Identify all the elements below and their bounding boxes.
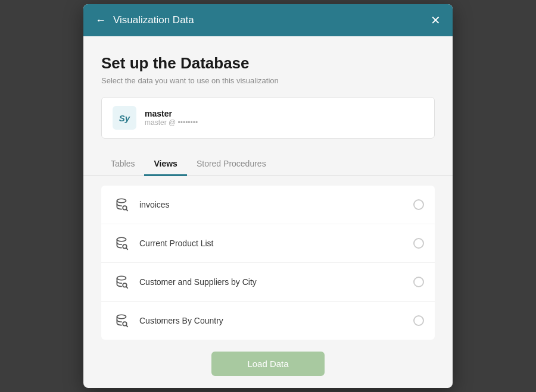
item-label: Current Product List: [139, 239, 413, 248]
close-button[interactable]: ✕: [431, 14, 441, 26]
db-view-icon: [112, 272, 131, 291]
setup-title: Set up the Database: [101, 54, 435, 73]
item-label: Customer and Suppliers by City: [139, 277, 413, 287]
db-card[interactable]: Sy master master @ ••••••••: [101, 97, 435, 139]
list-item[interactable]: Current Product List: [101, 224, 435, 263]
radio-button[interactable]: [413, 277, 424, 287]
db-avatar: Sy: [113, 106, 136, 130]
svg-line-11: [126, 325, 127, 327]
setup-subtitle: Select the data you want to use on this …: [101, 76, 435, 85]
radio-button[interactable]: [413, 238, 424, 249]
visualization-data-modal: ← Visualization Data ✕ Set up the Databa…: [83, 4, 453, 388]
tab-views[interactable]: Views: [144, 153, 186, 176]
views-list: invoices Current Product List: [101, 186, 435, 340]
db-info: master master @ ••••••••: [145, 109, 198, 127]
item-label: Customers By Country: [139, 316, 413, 325]
list-item[interactable]: invoices: [101, 186, 435, 224]
svg-point-0: [117, 199, 126, 203]
modal-title: Visualization Data: [113, 14, 194, 26]
tab-tables[interactable]: Tables: [101, 153, 144, 176]
modal-body: Set up the Database Select the data you …: [83, 36, 453, 340]
svg-point-6: [117, 276, 126, 280]
db-view-icon: [112, 311, 131, 330]
back-button[interactable]: ←: [95, 14, 106, 27]
modal-footer: Load Data: [83, 340, 453, 388]
modal-header: ← Visualization Data ✕: [83, 4, 453, 36]
item-label: invoices: [139, 200, 413, 209]
radio-button[interactable]: [413, 199, 424, 210]
radio-button[interactable]: [413, 315, 424, 326]
load-data-button[interactable]: Load Data: [211, 352, 324, 376]
db-name: master: [145, 109, 198, 118]
svg-line-8: [126, 287, 127, 288]
tab-stored-procedures[interactable]: Stored Procedures: [187, 153, 276, 176]
list-item[interactable]: Customers By Country: [101, 302, 435, 340]
svg-point-9: [117, 315, 126, 319]
svg-point-3: [117, 237, 126, 242]
svg-line-2: [126, 209, 127, 211]
svg-line-5: [126, 248, 127, 249]
tabs-bar: Tables Views Stored Procedures: [83, 153, 453, 176]
header-left: ← Visualization Data: [95, 14, 194, 27]
list-item[interactable]: Customer and Suppliers by City: [101, 263, 435, 302]
db-view-icon: [112, 234, 131, 253]
db-sub: master @ ••••••••: [145, 118, 198, 127]
db-view-icon: [112, 195, 131, 214]
